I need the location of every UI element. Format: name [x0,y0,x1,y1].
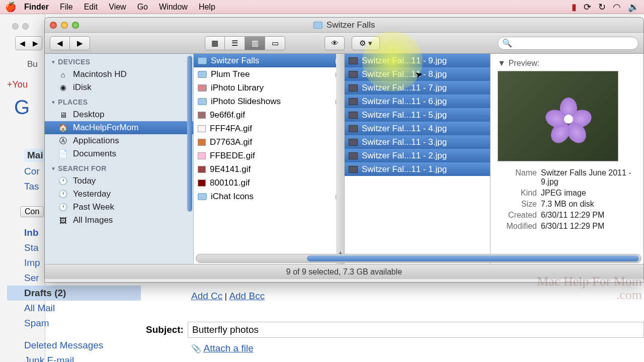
gmail-folder[interactable]: Junk E-mail [7,353,141,362]
menu-file[interactable]: File [60,3,73,12]
sidebar-item-idisk[interactable]: ◉iDisk [45,81,193,94]
column1-item[interactable]: 9e6f6f.gif [194,108,344,122]
menu-app[interactable]: Finder [24,3,49,12]
compose-button[interactable]: Con [20,206,44,217]
column1-item[interactable]: FFBEDE.gif [194,149,344,162]
search-input[interactable] [515,39,634,47]
paperclip-icon: 📎 [191,344,201,353]
column2-item[interactable]: Switzer Fal...11 - 1.jpg [345,162,490,176]
compose-area: Add Cc | Add Bcc Subject: 📎 Attach a fil… [146,282,644,362]
gmail-folder[interactable]: Deleted Messages [7,338,141,353]
menu-go[interactable]: Go [137,3,148,12]
column1-item[interactable]: Switzer Falls▶ [194,54,344,67]
column1-item[interactable]: 9E4141.gif [194,162,344,176]
volume-icon[interactable]: 🔉 [628,2,639,13]
column1-item[interactable]: iPhoto Library [194,81,344,95]
meta-size-value: 7.3 MB on disk [541,200,636,209]
finder-titlebar[interactable]: Switzer Falls [45,18,643,33]
view-coverflow-button[interactable]: ▭ [265,36,285,50]
subject-input[interactable] [188,322,644,338]
bg-label-mail[interactable]: Mai [24,149,46,162]
column2-item[interactable]: Switzer Fal...11 - 9.jpg [345,54,490,67]
column2-item[interactable]: Switzer Fal...11 - 6.jpg [345,95,490,108]
column-1: ▴▾ Switzer Falls▶Plum Tree▶iPhoto Librar… [194,54,345,264]
apple-menu-icon[interactable]: 🍎 [5,2,16,13]
attach-file-link[interactable]: Attach a file [203,343,253,353]
sidebar-item-today[interactable]: 🕐Today [45,174,193,188]
meta-created-value: 6/30/11 12:29 PM [541,211,636,220]
meta-size-label: Size [498,200,537,209]
sidebar-scrollbar[interactable] [187,56,192,212]
column-scrollbar[interactable]: ▴▾ [336,54,344,264]
add-bcc-link[interactable]: Add Bcc [229,291,265,301]
column2-item[interactable]: Switzer Fal...11 - 3.jpg [345,135,490,149]
gmail-folder[interactable]: All Mail [7,301,141,316]
meta-modified-value: 6/30/11 12:29 PM [541,222,636,231]
column-2: Switzer Fal...11 - 9.jpgSwitzer Fal...11… [345,54,491,264]
sidebar-item-macintosh-hd[interactable]: ⌂Macintosh HD [45,68,193,81]
timemachine-icon[interactable]: ↻ [598,2,606,13]
status-bar: 9 of 9 selected, 7.3 GB available [45,264,643,279]
column2-item[interactable]: Switzer Fal...11 - 4.jpg [345,122,490,135]
meta-name-label: Name [498,168,537,187]
sidebar-item-past-week[interactable]: 🕐Past Week [45,201,193,214]
quicklook-button[interactable]: 👁 [325,36,345,50]
meta-name-value: Switzer Falls June 2011 - 9.jpg [541,168,636,187]
column1-item[interactable]: D7763A.gif [194,135,344,149]
gmail-folder[interactable]: Drafts (2) [7,286,141,301]
menuextra-icon[interactable]: ▮ [572,2,577,13]
column2-item[interactable]: Switzer Fal...11 - 5.jpg [345,108,490,122]
add-cc-link[interactable]: Add Cc [191,291,222,301]
close-button[interactable] [50,22,57,29]
column2-item[interactable]: Switzer Fal...11 - 2.jpg [345,149,490,162]
sidebar-section-places[interactable]: ▼ PLACES [45,94,193,108]
folder-icon [313,22,323,29]
menu-view[interactable]: View [109,3,126,12]
view-column-button[interactable]: ▥ [245,36,265,50]
bg-label-tasks[interactable]: Tas [24,181,46,192]
forward-button[interactable]: ▶ [70,36,90,50]
minimize-button[interactable] [61,22,68,29]
sidebar-section-devices[interactable]: ▼ DEVICES [45,54,193,68]
sidebar-item-machelpformom[interactable]: 🏠MacHelpForMom [45,121,193,134]
wifi-icon[interactable]: ◠ [613,2,621,13]
back-button[interactable]: ◀ [50,36,70,50]
menu-window[interactable]: Window [159,3,188,12]
menu-edit[interactable]: Edit [84,3,98,12]
bg-mail-tabs: Mai Cor Tas [24,149,46,192]
column1-item[interactable]: FFF4FA.gif [194,122,344,135]
column2-item[interactable]: Switzer Fal...11 - 7.jpg [345,81,490,95]
bg-label-contacts[interactable]: Cor [24,166,46,177]
meta-kind-label: Kind [498,189,537,198]
view-icon-button[interactable]: ▦ [205,36,225,50]
preview-thumbnail [498,71,618,161]
column1-item[interactable]: iPhoto Slideshows▶ [194,95,344,108]
finder-sidebar: ▼ DEVICES⌂Macintosh HD◉iDisk▼ PLACES🖥Des… [45,54,194,264]
gmail-folder[interactable]: Spam [7,316,141,331]
sidebar-item-all-images[interactable]: 🖼All Images [45,214,193,227]
zoom-button[interactable] [72,22,79,29]
action-button[interactable]: ⚙ ▾ [352,36,380,50]
sidebar-item-applications[interactable]: ⒶApplications [45,134,193,147]
google-logo: G [14,96,30,119]
sync-icon[interactable]: ⟳ [584,2,591,13]
column1-item[interactable]: 800101.gif [194,176,344,190]
horizontal-scrollbar[interactable] [196,254,641,263]
window-title: Switzer Falls [327,20,375,30]
bg-plus-you[interactable]: +You [7,79,28,90]
finder-body: ▼ DEVICES⌂Macintosh HD◉iDisk▼ PLACES🖥Des… [45,54,643,264]
sidebar-item-yesterday[interactable]: 🕐Yesterday [45,188,193,201]
bg-nav-buttons[interactable]: ◀▶ [15,36,42,50]
column1-item[interactable]: Plum Tree▶ [194,67,344,81]
menubar: 🍎 Finder File Edit View Go Window Help ▮… [0,0,644,14]
sidebar-section-search for[interactable]: ▼ SEARCH FOR [45,160,193,174]
menu-help[interactable]: Help [199,3,215,12]
subject-label: Subject: [146,324,184,335]
disclosure-triangle-icon[interactable]: ▼ [498,59,506,68]
preview-pane: ▼ Preview: NameSwitzer Falls June 2011 -… [491,54,643,264]
sidebar-item-documents[interactable]: 📄Documents [45,147,193,160]
search-field[interactable]: 🔍 [498,37,638,50]
view-list-button[interactable]: ☰ [225,36,245,50]
sidebar-item-desktop[interactable]: 🖥Desktop [45,108,193,121]
column1-item[interactable]: iChat Icons▶ [194,190,344,203]
